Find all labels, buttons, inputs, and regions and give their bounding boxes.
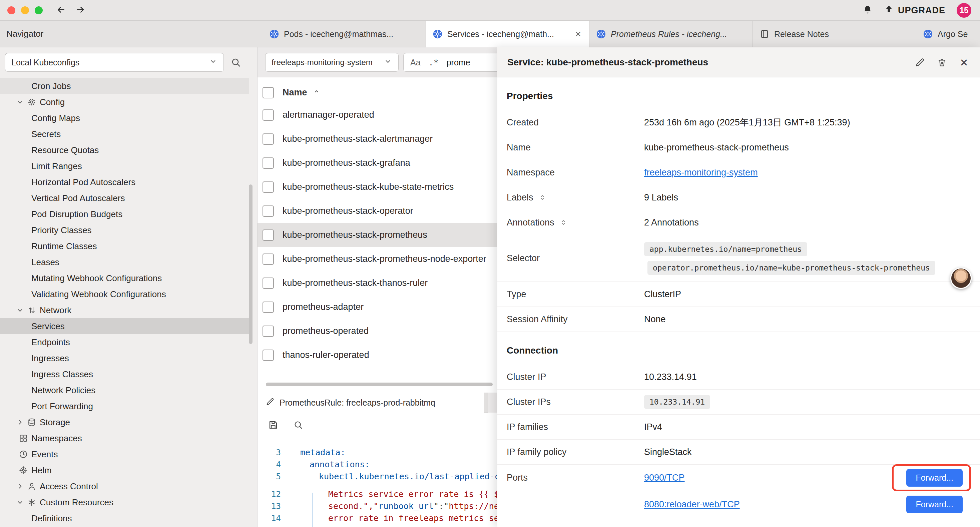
expand-collapse-icon[interactable] xyxy=(559,218,568,227)
select-all-checkbox[interactable] xyxy=(262,87,274,99)
expand-collapse-icon[interactable] xyxy=(538,193,547,202)
sidebar-item-resource-quotas[interactable]: Resource Quotas xyxy=(0,142,258,158)
sidebar-item-secrets[interactable]: Secrets xyxy=(0,126,258,142)
row-checkbox[interactable] xyxy=(262,253,274,265)
detail-row-created: Created253d 16h 6m ago (2025年1月13日 GMT+8… xyxy=(497,110,980,135)
name-column-header[interactable]: Name xyxy=(283,88,307,98)
search-icon[interactable] xyxy=(293,420,304,431)
sidebar-item-horizontal-pod-autoscalers[interactable]: Horizontal Pod Autoscalers xyxy=(0,174,258,190)
notification-badge[interactable]: 15 xyxy=(957,3,971,18)
code-segment: kubectl.kubernetes.io/last-applied-co xyxy=(319,471,505,481)
sidebar-item-config-maps[interactable]: Config Maps xyxy=(0,110,258,126)
sidebar-item-label: Services xyxy=(31,321,65,331)
row-checkbox[interactable] xyxy=(262,134,274,145)
sidebar-item-network-policies[interactable]: Network Policies xyxy=(0,382,258,398)
close-icon[interactable]: × xyxy=(958,56,970,68)
sidebar-item-priority-classes[interactable]: Priority Classes xyxy=(0,222,258,238)
detail-label: Cluster IPs xyxy=(507,397,644,407)
book-icon xyxy=(759,29,770,39)
chevron-down-icon xyxy=(16,306,24,315)
horizontal-scrollbar[interactable] xyxy=(266,382,493,386)
port-link[interactable]: 9090/TCP xyxy=(644,473,685,483)
sidebar-item-vertical-pod-autoscalers[interactable]: Vertical Pod Autoscalers xyxy=(0,190,258,206)
sidebar-item-label: Runtime Classes xyxy=(31,241,97,252)
upgrade-icon xyxy=(884,4,894,14)
sidebar-item-config[interactable]: Config xyxy=(0,94,258,110)
match-case-toggle[interactable]: Aa xyxy=(410,58,421,67)
sidebar-item-helm[interactable]: Helm xyxy=(0,462,258,478)
forward-button[interactable]: Forward... xyxy=(906,469,963,487)
sidebar-item-namespaces[interactable]: Namespaces xyxy=(0,430,258,446)
tab-services-icecheng-math[interactable]: Services - icecheng@math...× xyxy=(426,21,589,47)
tab-release-notes[interactable]: Release Notes xyxy=(753,21,916,47)
back-icon[interactable] xyxy=(56,5,66,16)
sidebar-item-ingress-classes[interactable]: Ingress Classes xyxy=(0,366,258,382)
sort-ascending-icon xyxy=(313,88,321,98)
chevron-down-icon xyxy=(16,98,24,107)
sidebar-item-network[interactable]: Network xyxy=(0,302,258,318)
delete-icon xyxy=(937,57,947,68)
row-checkbox[interactable] xyxy=(262,326,274,337)
navigator-sidebar: Local Kubeconfigs Cron JobsConfigConfig … xyxy=(0,47,258,527)
sidebar-item-label: Leases xyxy=(31,257,59,267)
sidebar-scrollbar[interactable] xyxy=(249,185,253,344)
service-details-drawer: Service: kube-prometheus-stack-prometheu… xyxy=(497,47,980,527)
sidebar-item-port-forwarding[interactable]: Port Forwarding xyxy=(0,398,258,414)
sidebar-item-mutating-webhook-configurations[interactable]: Mutating Webhook Configurations xyxy=(0,270,258,286)
close-window-button[interactable] xyxy=(7,6,15,14)
editor-tab-prometheusrule[interactable]: PrometheusRule: freeleaps-prod-rabbitmq xyxy=(258,393,484,412)
row-checkbox[interactable] xyxy=(262,205,274,217)
chevron-down-icon xyxy=(383,57,392,66)
tab-argo-se[interactable]: Argo Se xyxy=(916,21,980,47)
sidebar-item-events[interactable]: Events xyxy=(0,446,258,462)
detail-row-ip-family-policy: IP family policySingleStack xyxy=(497,439,980,465)
save-icon xyxy=(267,419,279,431)
network-icon xyxy=(27,306,37,315)
detail-value: None xyxy=(644,314,666,325)
sidebar-item-cron-jobs[interactable]: Cron Jobs xyxy=(0,78,249,94)
namespace-link[interactable]: freeleaps-monitoring-system xyxy=(644,167,758,178)
sidebar-item-definitions[interactable]: Definitions xyxy=(0,510,258,526)
detail-row-annotations: Annotations2 Annotations xyxy=(497,210,980,235)
row-checkbox[interactable] xyxy=(262,229,274,241)
tab-prometheus-rules-icecheng[interactable]: Prometheus Rules - icecheng... xyxy=(589,21,753,47)
port-link[interactable]: 8080:reloader-web/TCP xyxy=(644,499,740,509)
row-checkbox[interactable] xyxy=(262,277,274,289)
service-name: kube-prometheus-stack-alertmanager xyxy=(283,134,433,144)
row-checkbox[interactable] xyxy=(262,350,274,361)
forward-icon[interactable] xyxy=(75,5,85,16)
sidebar-item-pod-disruption-budgets[interactable]: Pod Disruption Budgets xyxy=(0,206,258,222)
kubeconfig-selector[interactable]: Local Kubeconfigs xyxy=(5,53,224,72)
close-icon[interactable]: × xyxy=(574,29,582,40)
sidebar-item-limit-ranges[interactable]: Limit Ranges xyxy=(0,158,258,174)
sidebar-item-runtime-classes[interactable]: Runtime Classes xyxy=(0,238,258,254)
zoom-window-button[interactable] xyxy=(35,6,43,14)
regex-toggle[interactable]: .* xyxy=(429,58,439,67)
sidebar-item-validating-webhook-configurations[interactable]: Validating Webhook Configurations xyxy=(0,286,258,302)
avatar[interactable] xyxy=(950,267,972,289)
search-icon[interactable] xyxy=(230,57,242,69)
forward-button[interactable]: Forward... xyxy=(906,496,963,513)
namespace-filter[interactable]: freeleaps-monitoring-system xyxy=(265,53,399,72)
value-badge: operator.prometheus.io/name=kube-prometh… xyxy=(648,261,935,275)
upgrade-button[interactable]: UPGRADE xyxy=(884,4,945,17)
tab-pods-icecheng-mathmas[interactable]: Pods - icecheng@mathmas... xyxy=(262,21,426,47)
sidebar-item-endpoints[interactable]: Endpoints xyxy=(0,334,258,350)
row-checkbox[interactable] xyxy=(262,158,274,169)
bell-icon[interactable] xyxy=(862,5,873,16)
save-icon[interactable] xyxy=(267,419,279,432)
detail-label: Type xyxy=(507,289,644,299)
edit-icon[interactable] xyxy=(914,56,926,68)
row-checkbox[interactable] xyxy=(262,110,274,121)
minimize-window-button[interactable] xyxy=(21,6,29,14)
row-checkbox[interactable] xyxy=(262,182,274,193)
sidebar-item-storage[interactable]: Storage xyxy=(0,414,258,430)
sidebar-item-label: Custom Resources xyxy=(40,497,113,508)
sidebar-item-access-control[interactable]: Access Control xyxy=(0,478,258,494)
delete-icon[interactable] xyxy=(936,56,948,68)
sidebar-item-ingresses[interactable]: Ingresses xyxy=(0,350,258,366)
sidebar-item-custom-resources[interactable]: Custom Resources xyxy=(0,494,258,510)
sidebar-item-leases[interactable]: Leases xyxy=(0,254,258,270)
sidebar-item-services[interactable]: Services xyxy=(0,318,249,334)
row-checkbox[interactable] xyxy=(262,301,274,313)
